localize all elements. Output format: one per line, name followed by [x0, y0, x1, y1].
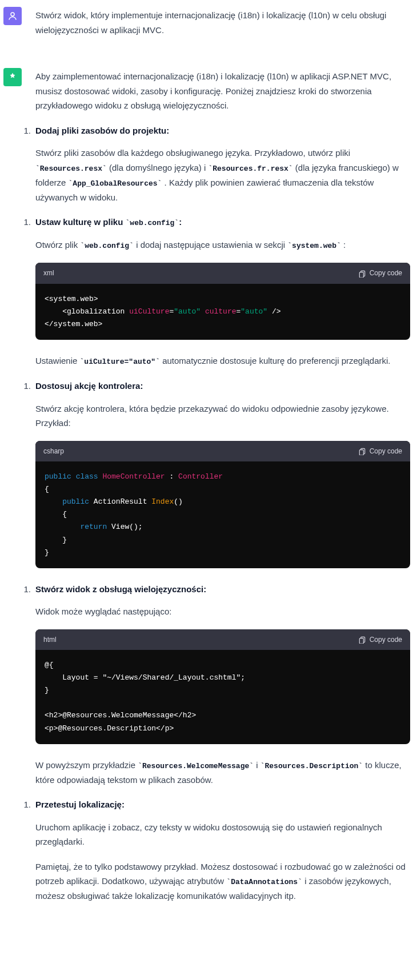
code-block-xml: xml Copy code <system.web> <globalizatio… — [35, 263, 410, 340]
code-content: <system.web> <globalization uiCulture="a… — [35, 284, 410, 340]
code-header: html Copy code — [35, 629, 410, 650]
assistant-avatar — [3, 68, 22, 86]
code-lang: csharp — [43, 445, 64, 457]
step3-text: Stwórz akcję kontrolera, która będzie pr… — [35, 401, 410, 431]
step1-title: Dodaj pliki zasobów do projektu: — [35, 126, 169, 135]
intro-paragraph: Aby zaimplementować internacjonalizację … — [35, 69, 410, 113]
step2-text: Otwórz plik `web.config` i dodaj następu… — [35, 238, 410, 252]
inline-code: `App_GlobalResources` — [69, 179, 162, 188]
user-text: Stwórz widok, który implementuje interna… — [35, 7, 410, 37]
step4-title: Stwórz widok z obsługą wielojęzyczności: — [35, 584, 206, 594]
step4-after: W powyższym przykładzie `Resources.Welco… — [35, 758, 410, 788]
assistant-message: Aby zaimplementować internacjonalizację … — [0, 61, 417, 921]
assistant-body: Aby zaimplementować internacjonalizację … — [35, 68, 410, 914]
outro: Pamiętaj, że to tylko podstawowy przykła… — [35, 859, 410, 903]
step2-heading: 1. Ustaw kulturę w pliku `web.config`: — [35, 215, 410, 230]
clipboard-icon — [358, 270, 366, 278]
inline-code: `uiCulture="auto"` — [80, 358, 160, 366]
step4-text: Widok może wyglądać następująco: — [35, 604, 410, 619]
code-content: @{ Layout = "~/Views/Shared/_Layout.csht… — [35, 650, 410, 744]
inline-code: `Resources.fr.resx` — [208, 164, 292, 173]
copy-code-button[interactable]: Copy code — [358, 634, 402, 645]
code-header: csharp Copy code — [35, 441, 410, 461]
step5-heading: 1. Przetestuj lokalizację: — [35, 797, 410, 812]
inline-code: `web.config` — [80, 242, 134, 250]
inline-code: `Resources.Description` — [260, 762, 363, 770]
step1-heading: 1. Dodaj pliki zasobów do projektu: — [35, 123, 410, 138]
code-header: xml Copy code — [35, 263, 410, 283]
step3-heading: 1. Dostosuj akcję kontrolera: — [35, 379, 410, 393]
copy-code-button[interactable]: Copy code — [358, 267, 402, 279]
code-lang: html — [43, 634, 57, 645]
inline-code: `DataAnnotations` — [226, 878, 302, 886]
svg-rect-2 — [359, 272, 363, 277]
user-prompt: Stwórz widok, który implementuje interna… — [35, 10, 386, 35]
code-block-html: html Copy code @{ Layout = "~/Views/Shar… — [35, 629, 410, 744]
step1-text: Stwórz pliki zasobów dla każdego obsługi… — [35, 146, 410, 204]
svg-point-0 — [11, 13, 14, 16]
person-icon — [7, 11, 18, 21]
inline-code: `Resources.resx` — [35, 164, 107, 173]
step3-title: Dostosuj akcję kontrolera: — [35, 381, 143, 391]
user-avatar — [3, 7, 22, 25]
step2-title: Ustaw kulturę w pliku `web.config`: — [35, 217, 182, 227]
step5-title: Przetestuj lokalizację: — [35, 800, 125, 809]
inline-code: `system.web` — [287, 242, 341, 250]
svg-rect-6 — [359, 638, 363, 644]
step4-heading: 1. Stwórz widok z obsługą wielojęzycznoś… — [35, 582, 410, 597]
user-message: Stwórz widok, który implementuje interna… — [0, 0, 417, 44]
inline-code: `Resources.WelcomeMessage` — [138, 762, 254, 770]
step2-after: Ustawienie `uiCulture="auto"` automatycz… — [35, 354, 410, 368]
clipboard-icon — [358, 447, 366, 455]
svg-rect-4 — [359, 449, 363, 455]
step5-text: Uruchom aplikację i zobacz, czy teksty w… — [35, 820, 410, 849]
code-content: public class HomeController : Controller… — [35, 461, 410, 568]
clipboard-icon — [358, 636, 366, 644]
bot-icon — [7, 72, 18, 82]
copy-code-button[interactable]: Copy code — [358, 445, 402, 457]
code-block-csharp: csharp Copy code public class HomeContro… — [35, 441, 410, 568]
code-lang: xml — [43, 267, 54, 279]
